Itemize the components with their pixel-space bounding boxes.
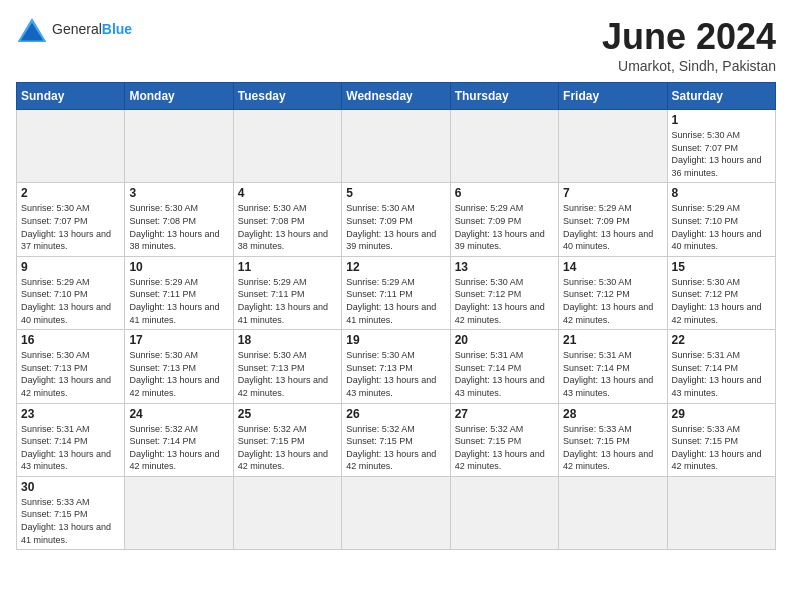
- calendar-cell: 5Sunrise: 5:30 AM Sunset: 7:09 PM Daylig…: [342, 183, 450, 256]
- day-number: 27: [455, 407, 554, 421]
- title-section: June 2024 Umarkot, Sindh, Pakistan: [602, 16, 776, 74]
- day-info: Sunrise: 5:30 AM Sunset: 7:12 PM Dayligh…: [672, 276, 771, 326]
- calendar-cell: [450, 476, 558, 549]
- calendar-header-tuesday: Tuesday: [233, 83, 341, 110]
- calendar-cell: 22Sunrise: 5:31 AM Sunset: 7:14 PM Dayli…: [667, 330, 775, 403]
- day-number: 25: [238, 407, 337, 421]
- calendar-cell: 27Sunrise: 5:32 AM Sunset: 7:15 PM Dayli…: [450, 403, 558, 476]
- day-info: Sunrise: 5:30 AM Sunset: 7:08 PM Dayligh…: [238, 202, 337, 252]
- day-info: Sunrise: 5:29 AM Sunset: 7:11 PM Dayligh…: [129, 276, 228, 326]
- calendar-cell: [559, 110, 667, 183]
- day-info: Sunrise: 5:29 AM Sunset: 7:10 PM Dayligh…: [21, 276, 120, 326]
- logo-icon: [16, 16, 48, 44]
- day-info: Sunrise: 5:33 AM Sunset: 7:15 PM Dayligh…: [672, 423, 771, 473]
- calendar-week-0: 1Sunrise: 5:30 AM Sunset: 7:07 PM Daylig…: [17, 110, 776, 183]
- day-number: 20: [455, 333, 554, 347]
- day-info: Sunrise: 5:30 AM Sunset: 7:08 PM Dayligh…: [129, 202, 228, 252]
- day-info: Sunrise: 5:29 AM Sunset: 7:11 PM Dayligh…: [238, 276, 337, 326]
- calendar-cell: 8Sunrise: 5:29 AM Sunset: 7:10 PM Daylig…: [667, 183, 775, 256]
- calendar-cell: [342, 110, 450, 183]
- calendar-header-row: SundayMondayTuesdayWednesdayThursdayFrid…: [17, 83, 776, 110]
- calendar-cell: 4Sunrise: 5:30 AM Sunset: 7:08 PM Daylig…: [233, 183, 341, 256]
- day-info: Sunrise: 5:30 AM Sunset: 7:12 PM Dayligh…: [455, 276, 554, 326]
- day-number: 17: [129, 333, 228, 347]
- calendar-cell: 14Sunrise: 5:30 AM Sunset: 7:12 PM Dayli…: [559, 256, 667, 329]
- calendar-cell: [17, 110, 125, 183]
- day-number: 10: [129, 260, 228, 274]
- calendar-cell: 29Sunrise: 5:33 AM Sunset: 7:15 PM Dayli…: [667, 403, 775, 476]
- day-number: 14: [563, 260, 662, 274]
- calendar-cell: 1Sunrise: 5:30 AM Sunset: 7:07 PM Daylig…: [667, 110, 775, 183]
- calendar-header-wednesday: Wednesday: [342, 83, 450, 110]
- calendar-header-friday: Friday: [559, 83, 667, 110]
- day-info: Sunrise: 5:32 AM Sunset: 7:15 PM Dayligh…: [455, 423, 554, 473]
- day-info: Sunrise: 5:30 AM Sunset: 7:13 PM Dayligh…: [129, 349, 228, 399]
- calendar-week-5: 30Sunrise: 5:33 AM Sunset: 7:15 PM Dayli…: [17, 476, 776, 549]
- calendar-cell: 17Sunrise: 5:30 AM Sunset: 7:13 PM Dayli…: [125, 330, 233, 403]
- day-number: 19: [346, 333, 445, 347]
- calendar-header-monday: Monday: [125, 83, 233, 110]
- day-info: Sunrise: 5:33 AM Sunset: 7:15 PM Dayligh…: [21, 496, 120, 546]
- calendar-cell: 28Sunrise: 5:33 AM Sunset: 7:15 PM Dayli…: [559, 403, 667, 476]
- day-number: 5: [346, 186, 445, 200]
- day-info: Sunrise: 5:30 AM Sunset: 7:07 PM Dayligh…: [672, 129, 771, 179]
- calendar-table: SundayMondayTuesdayWednesdayThursdayFrid…: [16, 82, 776, 550]
- calendar-week-1: 2Sunrise: 5:30 AM Sunset: 7:07 PM Daylig…: [17, 183, 776, 256]
- day-info: Sunrise: 5:33 AM Sunset: 7:15 PM Dayligh…: [563, 423, 662, 473]
- day-number: 12: [346, 260, 445, 274]
- calendar-header-sunday: Sunday: [17, 83, 125, 110]
- calendar-cell: 15Sunrise: 5:30 AM Sunset: 7:12 PM Dayli…: [667, 256, 775, 329]
- day-info: Sunrise: 5:29 AM Sunset: 7:09 PM Dayligh…: [455, 202, 554, 252]
- day-info: Sunrise: 5:31 AM Sunset: 7:14 PM Dayligh…: [563, 349, 662, 399]
- day-number: 29: [672, 407, 771, 421]
- day-number: 4: [238, 186, 337, 200]
- header: GeneralBlue June 2024 Umarkot, Sindh, Pa…: [16, 16, 776, 74]
- calendar-cell: 10Sunrise: 5:29 AM Sunset: 7:11 PM Dayli…: [125, 256, 233, 329]
- calendar-cell: 11Sunrise: 5:29 AM Sunset: 7:11 PM Dayli…: [233, 256, 341, 329]
- day-number: 21: [563, 333, 662, 347]
- calendar-cell: 26Sunrise: 5:32 AM Sunset: 7:15 PM Dayli…: [342, 403, 450, 476]
- day-number: 11: [238, 260, 337, 274]
- calendar-cell: 21Sunrise: 5:31 AM Sunset: 7:14 PM Dayli…: [559, 330, 667, 403]
- calendar-cell: 13Sunrise: 5:30 AM Sunset: 7:12 PM Dayli…: [450, 256, 558, 329]
- calendar-cell: 6Sunrise: 5:29 AM Sunset: 7:09 PM Daylig…: [450, 183, 558, 256]
- calendar-cell: 12Sunrise: 5:29 AM Sunset: 7:11 PM Dayli…: [342, 256, 450, 329]
- day-info: Sunrise: 5:29 AM Sunset: 7:10 PM Dayligh…: [672, 202, 771, 252]
- day-number: 23: [21, 407, 120, 421]
- logo: GeneralBlue: [16, 16, 132, 44]
- day-info: Sunrise: 5:30 AM Sunset: 7:07 PM Dayligh…: [21, 202, 120, 252]
- day-number: 22: [672, 333, 771, 347]
- logo-text: GeneralBlue: [52, 22, 132, 37]
- day-info: Sunrise: 5:32 AM Sunset: 7:15 PM Dayligh…: [346, 423, 445, 473]
- calendar-header-thursday: Thursday: [450, 83, 558, 110]
- day-number: 26: [346, 407, 445, 421]
- calendar-cell: [667, 476, 775, 549]
- day-number: 30: [21, 480, 120, 494]
- day-info: Sunrise: 5:31 AM Sunset: 7:14 PM Dayligh…: [21, 423, 120, 473]
- calendar-cell: 7Sunrise: 5:29 AM Sunset: 7:09 PM Daylig…: [559, 183, 667, 256]
- day-number: 2: [21, 186, 120, 200]
- day-number: 13: [455, 260, 554, 274]
- calendar-cell: [342, 476, 450, 549]
- day-info: Sunrise: 5:29 AM Sunset: 7:09 PM Dayligh…: [563, 202, 662, 252]
- day-number: 3: [129, 186, 228, 200]
- calendar-cell: 23Sunrise: 5:31 AM Sunset: 7:14 PM Dayli…: [17, 403, 125, 476]
- day-info: Sunrise: 5:32 AM Sunset: 7:14 PM Dayligh…: [129, 423, 228, 473]
- calendar-week-3: 16Sunrise: 5:30 AM Sunset: 7:13 PM Dayli…: [17, 330, 776, 403]
- day-info: Sunrise: 5:30 AM Sunset: 7:13 PM Dayligh…: [21, 349, 120, 399]
- day-number: 16: [21, 333, 120, 347]
- day-number: 28: [563, 407, 662, 421]
- day-info: Sunrise: 5:30 AM Sunset: 7:13 PM Dayligh…: [346, 349, 445, 399]
- day-number: 15: [672, 260, 771, 274]
- day-info: Sunrise: 5:32 AM Sunset: 7:15 PM Dayligh…: [238, 423, 337, 473]
- day-number: 8: [672, 186, 771, 200]
- calendar-cell: [450, 110, 558, 183]
- day-info: Sunrise: 5:31 AM Sunset: 7:14 PM Dayligh…: [455, 349, 554, 399]
- calendar-week-4: 23Sunrise: 5:31 AM Sunset: 7:14 PM Dayli…: [17, 403, 776, 476]
- calendar-cell: [125, 476, 233, 549]
- day-info: Sunrise: 5:30 AM Sunset: 7:13 PM Dayligh…: [238, 349, 337, 399]
- calendar-subtitle: Umarkot, Sindh, Pakistan: [602, 58, 776, 74]
- calendar-cell: [559, 476, 667, 549]
- calendar-cell: 25Sunrise: 5:32 AM Sunset: 7:15 PM Dayli…: [233, 403, 341, 476]
- day-info: Sunrise: 5:29 AM Sunset: 7:11 PM Dayligh…: [346, 276, 445, 326]
